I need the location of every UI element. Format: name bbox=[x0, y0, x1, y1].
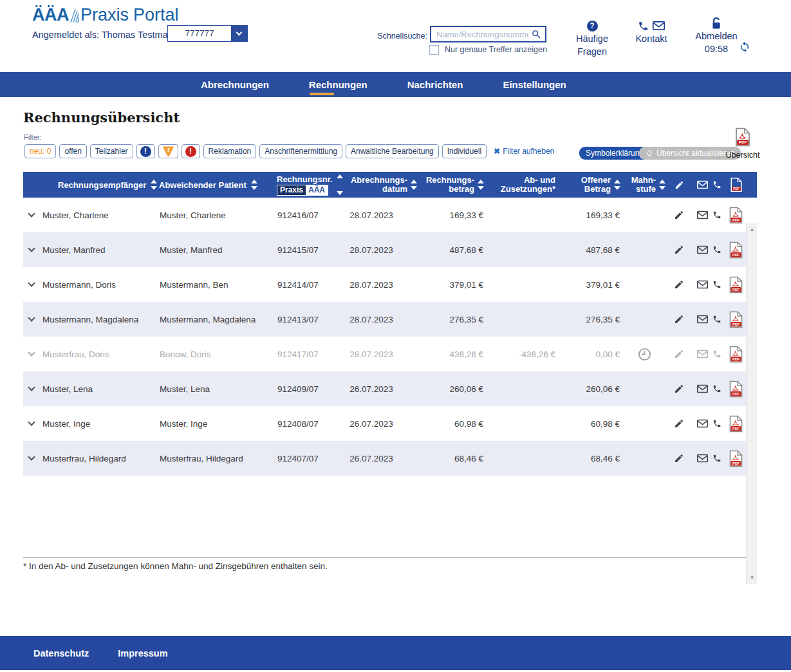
pdf-icon[interactable]: PDF bbox=[729, 241, 743, 259]
filter-chip-reklamation[interactable]: Reklamation bbox=[203, 144, 257, 158]
patient-cell: Bonow, Doris bbox=[154, 350, 274, 359]
filter-chip-mahnung-blau[interactable]: ! bbox=[136, 144, 155, 158]
sort-desc-icon[interactable] bbox=[411, 186, 417, 190]
filter-chip-individuell[interactable]: Individuell bbox=[442, 144, 487, 158]
filter-chip-anschriftenermittlung[interactable]: Anschriftenermittlung bbox=[259, 144, 342, 158]
sort-asc-icon[interactable] bbox=[251, 180, 257, 183]
exact-match-checkbox[interactable] bbox=[429, 45, 439, 55]
pencil-icon[interactable] bbox=[674, 384, 684, 394]
search-icon[interactable] bbox=[531, 29, 542, 40]
filter-chip-warnung-orange[interactable]: ! bbox=[158, 144, 178, 158]
filter-chip-neu[interactable]: neu: 0 bbox=[24, 144, 56, 158]
privacy-link[interactable]: Datenschutz bbox=[33, 648, 89, 658]
row-expand-cell[interactable] bbox=[23, 319, 40, 321]
nav-tab-nachrichten[interactable]: Nachrichten bbox=[407, 72, 463, 97]
scrollbar-up-icon[interactable]: ▲ bbox=[747, 227, 758, 232]
table-row: Mustermann, Doris Mustermann, Ben 912414… bbox=[23, 267, 746, 302]
dropdown-button[interactable] bbox=[231, 26, 247, 41]
pencil-icon[interactable] bbox=[674, 314, 684, 324]
session-refresh-icon[interactable] bbox=[739, 41, 750, 53]
header-edit-column bbox=[667, 180, 691, 190]
pdf-icon[interactable]: PDF bbox=[729, 207, 743, 224]
row-expand-cell[interactable] bbox=[23, 458, 40, 460]
recipient-cell: Muster, Inge bbox=[40, 419, 154, 429]
quick-search-input[interactable] bbox=[431, 27, 545, 41]
adjustments-footnote: * In den Ab- und Zusetzungen können Mahn… bbox=[23, 561, 328, 571]
clear-filter-link[interactable]: ✖ Filter aufheben bbox=[494, 147, 554, 156]
filter-chip-anwaltliche-bearbeitung[interactable]: Anwaltliche Bearbeitung bbox=[346, 144, 439, 158]
faq-button[interactable]: ? Häufige Fragen bbox=[566, 19, 618, 58]
sort-desc-icon[interactable] bbox=[251, 186, 257, 190]
logout-button[interactable]: Abmelden bbox=[691, 17, 742, 42]
invoice-number-source-toggle: Praxis AÄA bbox=[277, 185, 328, 196]
pencil-icon[interactable] bbox=[674, 210, 684, 220]
contact-cell bbox=[691, 384, 726, 393]
sort-asc-icon[interactable] bbox=[411, 180, 417, 183]
page-footer: Datenschutz Impressum bbox=[0, 636, 791, 670]
row-expand-cell[interactable] bbox=[23, 388, 40, 390]
phone-icon[interactable] bbox=[712, 245, 721, 254]
filter-chip-teilzahler[interactable]: Teilzahler bbox=[90, 144, 133, 158]
sort-desc-icon[interactable] bbox=[659, 186, 665, 190]
pdf-icon: PDF bbox=[731, 177, 742, 192]
phone-icon[interactable] bbox=[712, 454, 721, 463]
email-icon[interactable] bbox=[696, 280, 709, 289]
pdf-overview-label: Übersicht bbox=[725, 151, 761, 160]
pdf-icon[interactable]: PDF bbox=[729, 450, 743, 467]
row-expand-cell[interactable] bbox=[23, 249, 40, 251]
row-expand-cell[interactable] bbox=[23, 284, 40, 286]
pdf-icon[interactable]: PDF bbox=[729, 311, 743, 328]
pencil-icon[interactable] bbox=[674, 279, 684, 290]
pencil-icon[interactable] bbox=[674, 245, 684, 255]
pdf-icon[interactable]: PDF bbox=[729, 276, 743, 294]
filter-chip-mahnung-rot[interactable]: ! bbox=[181, 144, 200, 158]
phone-icon[interactable] bbox=[712, 210, 721, 219]
email-icon[interactable] bbox=[696, 315, 709, 324]
nav-tab-einstellungen[interactable]: Einstellungen bbox=[503, 72, 566, 97]
phone-icon[interactable] bbox=[712, 419, 721, 428]
pdf-overview-button[interactable]: PDF Übersicht bbox=[725, 127, 761, 160]
phone-icon[interactable] bbox=[712, 315, 721, 324]
email-icon[interactable] bbox=[696, 245, 709, 254]
open-amount-cell: 276,35 € bbox=[557, 315, 622, 324]
recipient-cell: Musterfrau, Hildegard bbox=[40, 454, 154, 463]
phone-icon[interactable] bbox=[712, 280, 721, 289]
imprint-link[interactable]: Impressum bbox=[118, 648, 167, 658]
scrollbar-down-icon[interactable]: ▼ bbox=[747, 575, 758, 581]
account-number-dropdown[interactable]: 777777 bbox=[167, 25, 248, 42]
pdf-icon[interactable]: PDF bbox=[729, 346, 743, 363]
nav-tab-abrechnungen[interactable]: Abrechnungen bbox=[201, 72, 269, 97]
toggle-aaa[interactable]: AÄA bbox=[306, 185, 328, 195]
contact-button[interactable]: Kontakt bbox=[626, 19, 677, 45]
svg-text:PDF: PDF bbox=[732, 426, 740, 430]
pdf-icon[interactable]: PDF bbox=[729, 415, 743, 433]
pencil-icon[interactable] bbox=[674, 418, 684, 429]
phone-icon[interactable] bbox=[712, 384, 721, 393]
pdf-icon[interactable]: PDF bbox=[729, 380, 743, 398]
sort-asc-icon[interactable] bbox=[478, 180, 484, 183]
phone-icon bbox=[638, 21, 649, 32]
header-dunning-line1: Mahn- bbox=[631, 175, 656, 185]
email-icon[interactable] bbox=[696, 384, 709, 393]
email-icon[interactable] bbox=[696, 210, 709, 219]
logo-hatch-icon bbox=[70, 8, 79, 23]
billing-date-cell: 28.07.2023 bbox=[331, 315, 418, 324]
nav-tab-rechnungen[interactable]: Rechnungen bbox=[309, 72, 368, 97]
row-expand-cell[interactable] bbox=[23, 423, 40, 425]
row-expand-cell[interactable] bbox=[23, 353, 40, 355]
praxisportal-page: ÄÄA Praxis Portal Angemeldet als: Thomas… bbox=[0, 0, 791, 672]
app-logo: ÄÄA Praxis Portal bbox=[32, 5, 179, 25]
email-icon[interactable] bbox=[696, 454, 709, 463]
table-scrollbar[interactable]: ▲ ▼ bbox=[746, 223, 757, 584]
sort-desc-icon[interactable] bbox=[614, 186, 620, 190]
sort-asc-icon[interactable] bbox=[659, 180, 665, 183]
toggle-praxis[interactable]: Praxis bbox=[277, 185, 306, 195]
svg-text:PDF: PDF bbox=[732, 322, 740, 326]
email-icon[interactable] bbox=[696, 419, 709, 428]
header-billing-date: Abrechnungs-datum bbox=[331, 176, 418, 194]
pencil-icon[interactable] bbox=[674, 453, 684, 463]
row-expand-cell[interactable] bbox=[23, 214, 40, 216]
sort-asc-icon[interactable] bbox=[614, 180, 620, 183]
filter-chip-offen[interactable]: offen bbox=[59, 144, 86, 158]
sort-desc-icon[interactable] bbox=[478, 186, 484, 190]
